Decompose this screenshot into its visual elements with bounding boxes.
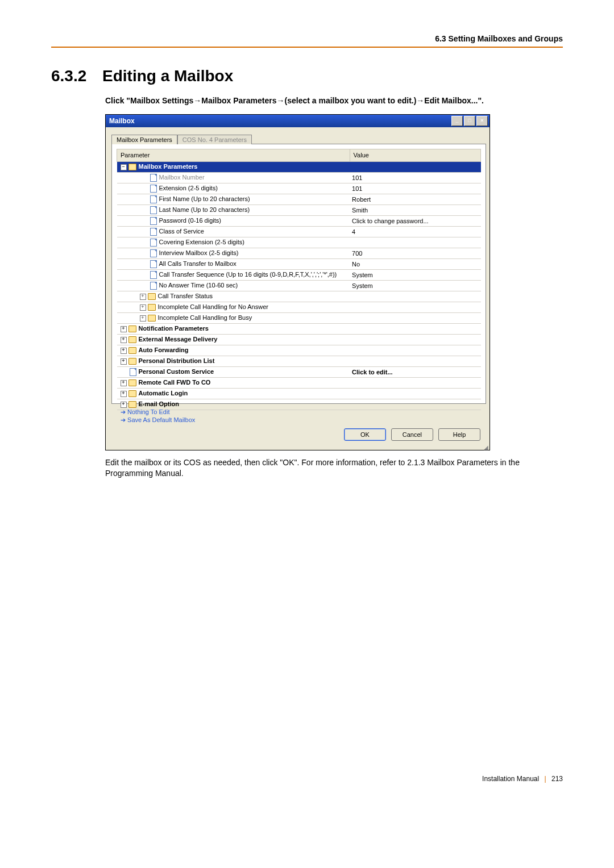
table-row[interactable]: Call Transfer Sequence (Up to 16 digits …: [117, 269, 481, 280]
body-paragraph: Edit the mailbox or its COS as needed, t…: [105, 457, 563, 479]
document-icon: [150, 195, 157, 203]
expand-icon[interactable]: +: [121, 337, 127, 343]
table-row[interactable]: Mailbox Number101: [117, 172, 481, 183]
row-value[interactable]: Robert: [350, 194, 480, 205]
folder-icon: [128, 347, 136, 354]
row-value[interactable]: [350, 334, 480, 345]
row-value[interactable]: [350, 356, 480, 366]
section-number: 6.3.2: [51, 67, 102, 85]
row-label: Interview Mailbox (2-5 digits): [159, 249, 239, 256]
col-parameter[interactable]: Parameter: [117, 149, 350, 161]
row-value[interactable]: Smith: [350, 205, 480, 215]
document-icon: [130, 368, 136, 376]
row-value[interactable]: [350, 345, 480, 356]
row-value[interactable]: Click to edit...: [350, 366, 480, 377]
table-row[interactable]: +Remote Call FWD To CO: [117, 377, 481, 388]
table-row[interactable]: Interview Mailbox (2-5 digits)700: [117, 248, 481, 258]
row-label: Remote Call FWD To CO: [139, 379, 211, 386]
tab-cos-parameters[interactable]: COS No. 4 Parameters: [177, 135, 252, 144]
link-nothing-to-edit[interactable]: ➔ Nothing To Edit: [121, 408, 484, 416]
breadcrumb: 6.3 Setting Mailboxes and Groups: [51, 34, 563, 48]
table-row[interactable]: No Answer Time (10-60 sec)System: [117, 280, 481, 291]
document-icon: [150, 282, 157, 290]
row-label: Notification Parameters: [139, 325, 209, 332]
row-value[interactable]: 4: [350, 226, 480, 237]
expand-icon[interactable]: +: [121, 358, 127, 365]
row-value[interactable]: [350, 377, 480, 388]
cancel-button[interactable]: Cancel: [391, 428, 433, 441]
row-label: E-mail Option: [139, 400, 180, 407]
table-row[interactable]: +External Message Delivery: [117, 334, 481, 345]
nav-instruction: Click "Mailbox Settings→Mailbox Paramete…: [105, 95, 563, 106]
help-button[interactable]: Help: [438, 428, 480, 441]
table-row[interactable]: +Notification Parameters: [117, 323, 481, 334]
expand-icon[interactable]: +: [121, 402, 127, 408]
document-icon: [150, 228, 157, 236]
row-value[interactable]: [350, 388, 480, 399]
row-label: Call Transfer Status: [158, 293, 213, 299]
row-value[interactable]: System: [350, 269, 480, 280]
row-label: Class of Service: [159, 228, 204, 235]
document-icon: [150, 271, 157, 279]
folder-icon: [128, 379, 136, 386]
expand-icon[interactable]: +: [121, 391, 127, 397]
row-value[interactable]: [350, 323, 480, 334]
table-row[interactable]: Last Name (Up to 20 characters)Smith: [117, 205, 481, 215]
table-row[interactable]: Password (0-16 digits)Click to change pa…: [117, 215, 481, 226]
table-row[interactable]: +Incomplete Call Handling for No Answer: [117, 302, 481, 312]
table-row[interactable]: All Calls Transfer to MailboxNo: [117, 258, 481, 269]
expand-icon[interactable]: +: [121, 348, 127, 354]
row-value[interactable]: Click to change password...: [350, 215, 480, 226]
table-row[interactable]: Extension (2-5 digits)101: [117, 183, 481, 194]
collapse-icon[interactable]: −: [121, 164, 127, 170]
row-label: Last Name (Up to 20 characters): [159, 206, 250, 213]
col-value[interactable]: Value: [350, 149, 480, 161]
close-icon[interactable]: ×: [476, 116, 488, 126]
document-icon: [150, 217, 157, 225]
parameter-grid: Parameter Value −Mailbox Parameters Mail…: [111, 144, 486, 404]
table-row[interactable]: Class of Service4: [117, 226, 481, 237]
row-value[interactable]: [350, 312, 480, 323]
folder-icon: [128, 336, 136, 343]
folder-icon: [128, 401, 136, 408]
folder-icon: [128, 326, 136, 332]
table-row[interactable]: Covering Extension (2-5 digits): [117, 237, 481, 248]
document-icon: [150, 260, 157, 268]
row-label: Incomplete Call Handling for Busy: [158, 314, 252, 321]
row-value[interactable]: [350, 291, 480, 302]
table-row[interactable]: Personal Custom ServiceClick to edit...: [117, 366, 481, 377]
folder-icon: [148, 293, 156, 300]
ok-button[interactable]: OK: [344, 428, 386, 441]
row-label: Auto Forwarding: [139, 347, 189, 353]
document-icon: [150, 174, 157, 182]
row-value[interactable]: [350, 302, 480, 312]
table-row[interactable]: First Name (Up to 20 characters)Robert: [117, 194, 481, 205]
group-mailbox-parameters[interactable]: −Mailbox Parameters: [117, 161, 481, 172]
table-row[interactable]: +Call Transfer Status: [117, 291, 481, 302]
table-row[interactable]: +Automatic Login: [117, 388, 481, 399]
row-value[interactable]: System: [350, 280, 480, 291]
row-label: Mailbox Number: [159, 174, 205, 181]
document-icon: [150, 206, 157, 214]
expand-icon[interactable]: +: [121, 380, 127, 386]
row-value[interactable]: No: [350, 258, 480, 269]
titlebar: Mailbox _ □ ×: [106, 115, 489, 127]
resize-grip-icon[interactable]: ◢: [106, 445, 489, 450]
row-value[interactable]: 101: [350, 183, 480, 194]
row-value[interactable]: 101: [350, 172, 480, 183]
row-label: Personal Distribution List: [139, 357, 215, 364]
minimize-icon[interactable]: _: [451, 116, 463, 126]
maximize-icon[interactable]: □: [464, 116, 475, 126]
expand-icon[interactable]: +: [140, 304, 146, 311]
row-value[interactable]: 700: [350, 248, 480, 258]
table-row[interactable]: +Incomplete Call Handling for Busy: [117, 312, 481, 323]
row-value[interactable]: [350, 237, 480, 248]
table-row[interactable]: +Personal Distribution List: [117, 356, 481, 366]
expand-icon[interactable]: +: [140, 294, 146, 300]
expand-icon[interactable]: +: [140, 315, 146, 322]
expand-icon[interactable]: +: [121, 326, 127, 332]
table-row[interactable]: +Auto Forwarding: [117, 345, 481, 356]
link-save-default[interactable]: ➔ Save As Default Mailbox: [121, 416, 484, 424]
tab-mailbox-parameters[interactable]: Mailbox Parameters: [111, 135, 177, 144]
row-label: Extension (2-5 digits): [159, 185, 218, 191]
